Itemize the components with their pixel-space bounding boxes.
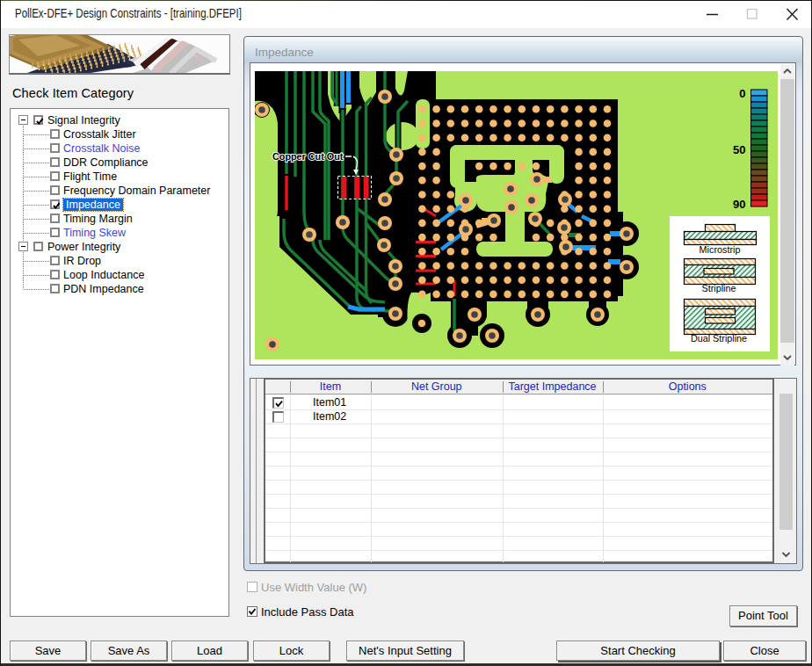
svg-text:Copper Cut Out: Copper Cut Out [272, 151, 344, 162]
svg-text:Microstrip: Microstrip [700, 244, 741, 255]
svg-text:Stripline: Stripline [701, 283, 736, 293]
svg-text:90: 90 [733, 198, 745, 211]
svg-text:50: 50 [733, 143, 745, 156]
svg-text:Dual Stripline: Dual Stripline [691, 333, 747, 344]
svg-text:0: 0 [739, 87, 745, 100]
